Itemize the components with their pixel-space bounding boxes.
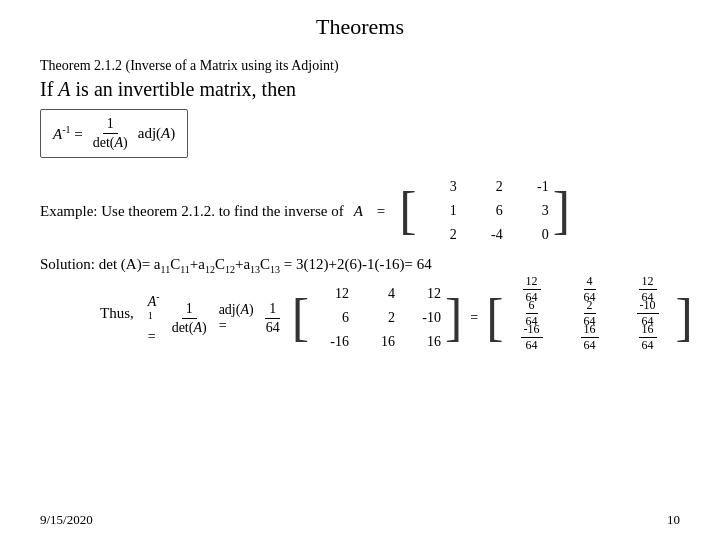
thus-adjoint-label: adj(A) = xyxy=(219,302,254,334)
cell-11: 6 xyxy=(467,200,503,222)
t-21: 16 xyxy=(359,331,395,353)
thus-matrix-2: [ 12 64 4 64 12 64 6 xyxy=(486,281,693,355)
thus-frac: 1 det(A) xyxy=(168,301,211,336)
cell-10: 1 xyxy=(421,200,457,222)
formula-inverse: A-1 = 1 det(A) adj(A) xyxy=(40,109,188,158)
thus-matrix-grid-2: 12 64 4 64 12 64 6 64 xyxy=(504,281,676,355)
thus-section: Thus, A-1 = 1 det(A) adj(A) = 1 64 [ 12 … xyxy=(40,281,680,355)
cell-22: 0 xyxy=(513,224,549,246)
formula-row: A-1 = 1 det(A) adj(A) xyxy=(40,109,680,158)
thus-matrix-1: [ 12 4 12 6 2 -10 -16 16 16 ] xyxy=(292,281,463,355)
t-00: 12 xyxy=(313,283,349,305)
cell-01: 2 xyxy=(467,176,503,198)
thus-label: Thus, xyxy=(100,281,134,322)
t-11: 2 xyxy=(359,307,395,329)
t-22: 16 xyxy=(405,331,441,353)
bracket-right: ] xyxy=(553,185,570,237)
thus-formula: A-1 = 1 det(A) adj(A) = 1 64 [ 12 4 12 6… xyxy=(148,281,693,355)
solution-line: Solution: det (A)= a11C11+a12C12+a13C13 … xyxy=(40,256,680,275)
example-matrix: [ 3 2 -1 1 6 3 2 -4 0 ] xyxy=(399,174,570,248)
r-22: 16 64 xyxy=(624,331,672,353)
t-12: -10 xyxy=(405,307,441,329)
fraction-1-det: 1 det(A) xyxy=(89,116,132,151)
example-matrix-var: A xyxy=(354,203,363,220)
t-02: 12 xyxy=(405,283,441,305)
theorem-header: Theorem 2.1.2 (Inverse of a Matrix using… xyxy=(40,58,680,74)
cell-00: 3 xyxy=(421,176,457,198)
thus-matrix-grid-1: 12 4 12 6 2 -10 -16 16 16 xyxy=(309,281,445,355)
footer-date: 9/15/2020 xyxy=(40,512,93,528)
r-20: -16 64 xyxy=(508,331,556,353)
cell-12: 3 xyxy=(513,200,549,222)
page-title: Theorems xyxy=(0,0,720,50)
thus-lhs: A-1 = xyxy=(148,291,160,344)
thus-bracket-right-2: ] xyxy=(676,292,693,344)
t-20: -16 xyxy=(313,331,349,353)
example-text: Example: Use theorem 2.1.2. to find the … xyxy=(40,203,344,220)
t-01: 4 xyxy=(359,283,395,305)
cell-20: 2 xyxy=(421,224,457,246)
cell-02: -1 xyxy=(513,176,549,198)
t-10: 6 xyxy=(313,307,349,329)
formula-lhs: A-1 = xyxy=(53,124,83,143)
thus-bracket-right-1: ] xyxy=(445,292,462,344)
thus-frac-64: 1 64 xyxy=(262,301,284,336)
cell-21: -4 xyxy=(467,224,503,246)
matrix-var-a: A xyxy=(58,78,70,100)
formula-adjoint: adj(A) xyxy=(138,125,176,142)
r-21: 16 64 xyxy=(566,331,614,353)
equals-sign: = xyxy=(377,203,385,220)
theorem-body: If A is an invertible matrix, then xyxy=(40,78,680,101)
thus-bracket-left-2: [ xyxy=(486,292,503,344)
matrix-grid: 3 2 -1 1 6 3 2 -4 0 xyxy=(417,174,553,248)
thus-bracket-left-1: [ xyxy=(292,292,309,344)
example-row: Example: Use theorem 2.1.2. to find the … xyxy=(40,174,680,248)
footer-page: 10 xyxy=(667,512,680,528)
bracket-left: [ xyxy=(399,185,416,237)
equals-2: = xyxy=(470,310,478,326)
